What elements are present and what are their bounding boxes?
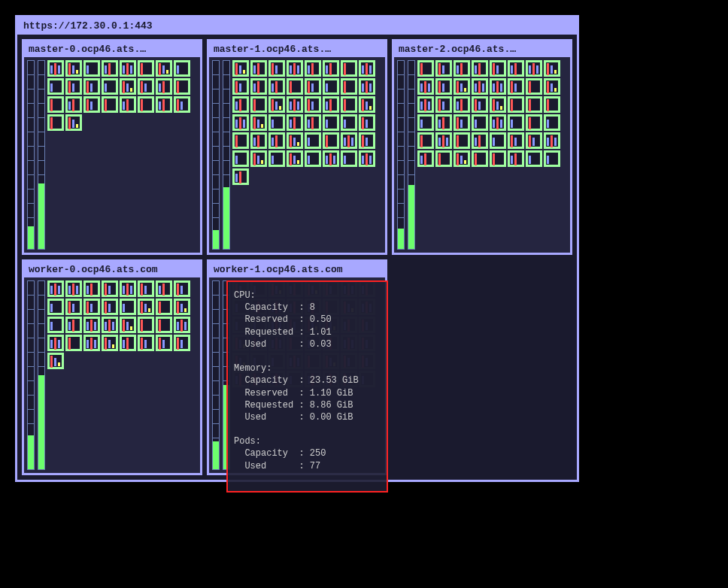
pod[interactable]	[232, 96, 249, 113]
pod[interactable]	[174, 60, 190, 77]
pod[interactable]	[526, 150, 542, 167]
pod[interactable]	[472, 132, 488, 149]
pod[interactable]	[232, 132, 249, 149]
pod[interactable]	[156, 280, 172, 297]
pod[interactable]	[83, 78, 100, 95]
pod[interactable]	[232, 168, 249, 185]
pod[interactable]	[120, 299, 136, 315]
pod[interactable]	[83, 335, 100, 351]
pod[interactable]	[83, 299, 100, 315]
pod[interactable]	[359, 150, 375, 167]
pod[interactable]	[490, 114, 506, 131]
pod[interactable]	[65, 299, 82, 315]
node-panel[interactable]: master-0.ocp46.ats.…	[22, 39, 202, 255]
pod[interactable]	[508, 96, 524, 113]
pod[interactable]	[417, 114, 434, 131]
pod[interactable]	[83, 280, 100, 297]
pod[interactable]	[417, 60, 434, 77]
pod[interactable]	[526, 114, 542, 131]
pod[interactable]	[83, 317, 100, 333]
pod[interactable]	[174, 280, 190, 297]
pod[interactable]	[174, 78, 190, 95]
pod[interactable]	[323, 60, 339, 77]
pod[interactable]	[508, 132, 524, 149]
pod[interactable]	[341, 96, 357, 113]
pod[interactable]	[359, 78, 375, 95]
pod[interactable]	[287, 78, 303, 95]
node-panel[interactable]: master-1.ocp46.ats.…	[207, 39, 387, 255]
pod[interactable]	[544, 150, 560, 167]
pod[interactable]	[138, 317, 154, 333]
pod[interactable]	[156, 60, 172, 77]
pod[interactable]	[490, 60, 506, 77]
pod[interactable]	[174, 96, 190, 113]
pod[interactable]	[287, 60, 303, 77]
pod[interactable]	[120, 60, 136, 77]
pod[interactable]	[287, 132, 303, 149]
pod[interactable]	[65, 78, 82, 95]
pod[interactable]	[120, 96, 136, 113]
pod[interactable]	[287, 150, 303, 167]
pod[interactable]	[250, 96, 267, 113]
mem-gauge[interactable]	[38, 280, 45, 470]
pod[interactable]	[102, 299, 118, 315]
pod[interactable]	[305, 60, 321, 77]
mem-gauge[interactable]	[408, 60, 415, 250]
pod[interactable]	[323, 150, 339, 167]
pod[interactable]	[323, 78, 339, 95]
pod[interactable]	[268, 132, 285, 149]
pod[interactable]	[417, 132, 434, 149]
pod[interactable]	[435, 150, 452, 167]
pod[interactable]	[102, 96, 118, 113]
pod[interactable]	[526, 132, 542, 149]
pod[interactable]	[156, 96, 172, 113]
pod[interactable]	[138, 335, 154, 351]
pod[interactable]	[341, 132, 357, 149]
pod[interactable]	[490, 96, 506, 113]
pod[interactable]	[472, 60, 488, 77]
pod[interactable]	[232, 60, 249, 77]
pod[interactable]	[120, 78, 136, 95]
pod[interactable]	[102, 280, 118, 297]
node-panel[interactable]: worker-0.ocp46.ats.com	[22, 259, 202, 475]
pod[interactable]	[65, 317, 82, 333]
cpu-gauge[interactable]	[27, 280, 35, 470]
pod[interactable]	[435, 114, 452, 131]
pod[interactable]	[102, 335, 118, 351]
pod[interactable]	[174, 299, 190, 315]
pod[interactable]	[232, 114, 249, 131]
pod[interactable]	[102, 60, 118, 77]
pod[interactable]	[65, 114, 82, 131]
pod[interactable]	[544, 96, 560, 113]
pod[interactable]	[323, 132, 339, 149]
pod[interactable]	[341, 114, 357, 131]
pod[interactable]	[120, 317, 136, 333]
pod[interactable]	[323, 96, 339, 113]
cpu-gauge[interactable]	[212, 60, 220, 250]
pod[interactable]	[490, 132, 506, 149]
pod[interactable]	[341, 78, 357, 95]
pod[interactable]	[138, 60, 154, 77]
pod[interactable]	[359, 114, 375, 131]
cpu-gauge[interactable]	[397, 60, 405, 250]
pod[interactable]	[174, 317, 190, 333]
pod[interactable]	[47, 114, 64, 131]
cpu-gauge[interactable]	[212, 280, 220, 470]
pod[interactable]	[508, 150, 524, 167]
pod[interactable]	[453, 150, 470, 167]
pod[interactable]	[472, 96, 488, 113]
pod[interactable]	[47, 78, 64, 95]
cpu-gauge[interactable]	[27, 60, 35, 250]
pod[interactable]	[65, 335, 82, 351]
pod[interactable]	[544, 114, 560, 131]
pod[interactable]	[435, 96, 452, 113]
pod[interactable]	[268, 96, 285, 113]
pod[interactable]	[435, 132, 452, 149]
node-panel[interactable]: master-2.ocp46.ats.…	[392, 39, 572, 255]
pod[interactable]	[453, 78, 470, 95]
pod[interactable]	[47, 96, 64, 113]
pod[interactable]	[47, 353, 64, 369]
pod[interactable]	[305, 132, 321, 149]
pod[interactable]	[83, 60, 100, 77]
pod[interactable]	[508, 60, 524, 77]
